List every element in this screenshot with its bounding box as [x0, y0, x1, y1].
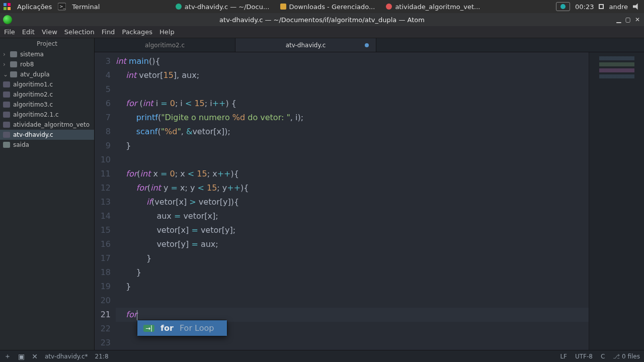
apps-launcher-icon[interactable] [3, 3, 11, 11]
c-file-icon [3, 102, 10, 108]
menu-bar: File Edit View Selection Find Packages H… [0, 26, 644, 38]
system-panel: Aplicações >_ Terminal atv-dhavidy.c — ~… [0, 0, 644, 13]
taskbar-atom-label: atv-dhavidy.c — ~/Docu... [185, 3, 270, 11]
folder-icon [10, 61, 17, 67]
modified-indicator-icon [365, 43, 369, 47]
c-file-icon [3, 112, 10, 118]
snippet-kind-icon: →| [143, 325, 154, 332]
autocomplete-hint: For Loop [180, 323, 214, 333]
new-file-icon[interactable]: ＋ [4, 352, 11, 361]
volume-icon[interactable] [633, 3, 641, 11]
terminal-panel-label[interactable]: Terminal [72, 3, 100, 11]
menu-find[interactable]: Find [102, 28, 115, 36]
menu-selection[interactable]: Selection [64, 28, 95, 36]
svg-rect-3 [8, 7, 11, 10]
chevron-right-icon: › [3, 51, 7, 58]
tree-file[interactable]: saida [0, 140, 94, 150]
status-git[interactable]: ⎇ 0 files [613, 353, 640, 360]
file-icon [3, 142, 10, 148]
status-encoding[interactable]: UTF-8 [575, 353, 593, 360]
screen-recorder[interactable] [556, 2, 570, 11]
taskbar-doc-label: atividade_algoritmo_vet... [395, 3, 480, 11]
menu-view[interactable]: View [42, 28, 57, 36]
window-title: atv-dhavidy.c — ~/Documentos/if/algoritm… [0, 16, 644, 24]
autocomplete-word: for [160, 323, 174, 333]
tree-file[interactable]: algoritimo2.c [0, 89, 94, 100]
tree-file[interactable]: algoritimo1.c [0, 79, 94, 89]
status-eol[interactable]: LF [560, 353, 567, 360]
chevron-down-icon: ⌄ [3, 71, 7, 78]
window-titlebar: atv-dhavidy.c — ~/Documentos/if/algoritm… [0, 13, 644, 26]
text-cursor [137, 310, 137, 320]
c-file-icon [3, 132, 10, 138]
chevron-right-icon: › [3, 61, 7, 68]
menu-help[interactable]: Help [159, 28, 175, 36]
tab-atv-dhavidy[interactable]: atv-dhavidy.c [235, 38, 376, 52]
taskbar-doc[interactable]: atividade_algoritmo_vet... [383, 2, 483, 12]
tab-algoritimo2[interactable]: algoritimo2.c [95, 38, 235, 52]
autocomplete-item[interactable]: →| for For Loop [137, 320, 227, 336]
tree-file[interactable]: atividade_algoritmo_veto [0, 120, 94, 130]
tree-folder-sistema[interactable]: ›sistema [0, 49, 94, 59]
c-file-icon [3, 81, 10, 87]
c-file-icon [3, 92, 10, 98]
tree-file[interactable]: algoritimo3.c [0, 100, 94, 110]
terminal-toggle-icon[interactable]: ▣ [18, 352, 25, 360]
apps-menu[interactable]: Aplicações [17, 3, 52, 11]
terminal-panel-icon[interactable]: >_ [58, 3, 66, 11]
code-area[interactable]: int main(){ int vetor[15], aux; for (int… [116, 52, 589, 350]
status-language[interactable]: C [601, 353, 605, 360]
clock[interactable]: 00:23 [575, 3, 594, 11]
status-bar: ＋ ▣ ✕ atv-dhavidy.c* 21:8 LF UTF-8 C ⎇ 0… [0, 350, 644, 362]
taskbar-filemanager[interactable]: Downloads - Gerenciado... [277, 2, 378, 12]
atom-icon [176, 4, 182, 10]
menu-file[interactable]: File [4, 28, 15, 36]
status-filename[interactable]: atv-dhavidy.c* [45, 353, 88, 360]
code-editor[interactable]: 34567891011121314151617181920212223 int … [95, 52, 644, 350]
project-sidebar: Project ›sistema ›rob8 ⌄atv_dupla algori… [0, 38, 95, 350]
doc-icon [386, 4, 392, 10]
taskbar-fm-label: Downloads - Gerenciado... [289, 3, 375, 11]
autocomplete-popup[interactable]: →| for For Loop [137, 320, 227, 336]
minimap-content [599, 56, 634, 78]
workspace-indicator-icon[interactable] [599, 4, 604, 9]
svg-rect-1 [8, 3, 11, 6]
record-icon [560, 4, 566, 9]
folder-icon [10, 51, 17, 57]
svg-text:>_: >_ [59, 4, 66, 9]
status-cursor-pos[interactable]: 21:8 [95, 353, 109, 360]
taskbar-atom[interactable]: atv-dhavidy.c — ~/Docu... [173, 2, 273, 12]
c-file-icon [3, 122, 10, 128]
menu-packages[interactable]: Packages [122, 28, 152, 36]
username[interactable]: andre [609, 3, 628, 11]
tree-folder-rob8[interactable]: ›rob8 [0, 59, 94, 69]
menu-edit[interactable]: Edit [22, 28, 35, 36]
tree-file[interactable]: algoritimo2.1.c [0, 110, 94, 120]
minimap[interactable] [589, 52, 644, 350]
line-gutter: 34567891011121314151617181920212223 [95, 52, 116, 350]
folder-icon [10, 71, 17, 77]
sidebar-header: Project [0, 38, 94, 49]
file-tree[interactable]: ›sistema ›rob8 ⌄atv_dupla algoritimo1.c … [0, 49, 94, 350]
svg-rect-0 [4, 3, 7, 6]
folder-icon [280, 4, 286, 10]
close-panel-icon[interactable]: ✕ [32, 352, 38, 360]
editor-tabs: algoritimo2.c atv-dhavidy.c [95, 38, 644, 52]
tree-file-active[interactable]: atv-dhavidy.c [0, 130, 94, 140]
tree-folder-atvdupla[interactable]: ⌄atv_dupla [0, 69, 94, 79]
svg-rect-2 [4, 7, 7, 10]
